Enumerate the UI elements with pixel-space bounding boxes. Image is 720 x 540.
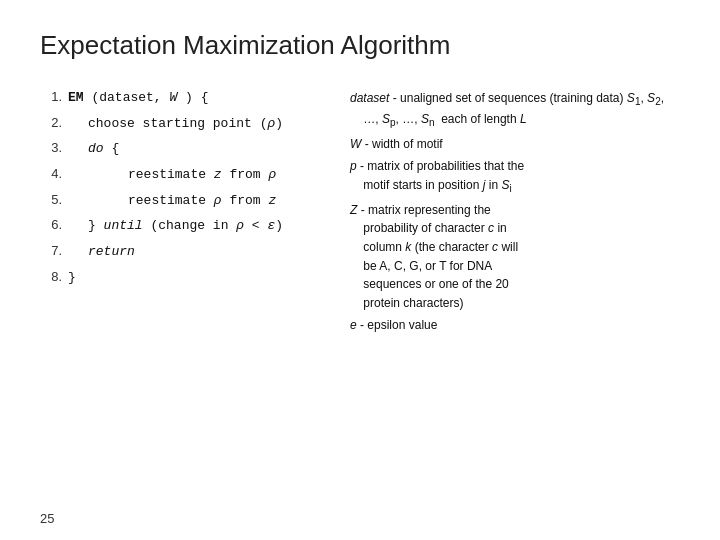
slide: Expectation Maximization Algorithm 1. EM… (0, 0, 720, 540)
line-num-7: 7. (40, 239, 62, 264)
line-num-8: 8. (40, 265, 62, 290)
algo-line-7: 7. return (40, 239, 330, 265)
line-content-1: EM (dataset, W ) { (68, 86, 330, 111)
algo-line-8: 8. } (40, 265, 330, 291)
line-content-8: } (68, 266, 330, 291)
line-num-5: 5. (40, 188, 62, 213)
line-num-4: 4. (40, 162, 62, 187)
desc-e: e - epsilon value (350, 316, 680, 335)
desc-W: W - width of motif (350, 135, 680, 154)
line-content-6: } until (change in ρ < ε) (68, 214, 330, 239)
line-content-4: reestimate z from ρ (68, 163, 330, 188)
line-num-3: 3. (40, 136, 62, 161)
line-num-2: 2. (40, 111, 62, 136)
line-num-6: 6. (40, 213, 62, 238)
description-box: dataset - unaligned set of sequences (tr… (350, 85, 680, 339)
content-area: 1. EM (dataset, W ) { 2. choose starting… (40, 85, 680, 339)
algo-line-2: 2. choose starting point (ρ) (40, 111, 330, 137)
algo-line-6: 6. } until (change in ρ < ε) (40, 213, 330, 239)
algorithm-box: 1. EM (dataset, W ) { 2. choose starting… (40, 85, 330, 291)
algo-line-4: 4. reestimate z from ρ (40, 162, 330, 188)
slide-title: Expectation Maximization Algorithm (40, 30, 680, 61)
line-num-1: 1. (40, 85, 62, 110)
desc-Z: Z - matrix representing the probability … (350, 201, 680, 313)
algo-line-1: 1. EM (dataset, W ) { (40, 85, 330, 111)
desc-p: p - matrix of probabilities that the mot… (350, 157, 680, 196)
line-content-2: choose starting point (ρ) (68, 112, 330, 137)
algo-line-5: 5. reestimate ρ from z (40, 188, 330, 214)
desc-dataset: dataset - unaligned set of sequences (tr… (350, 89, 680, 131)
line-content-5: reestimate ρ from z (68, 189, 330, 214)
line-content-3: do { (68, 137, 330, 162)
algo-line-3: 3. do { (40, 136, 330, 162)
line-content-7: return (68, 240, 330, 265)
page-number: 25 (40, 511, 54, 526)
